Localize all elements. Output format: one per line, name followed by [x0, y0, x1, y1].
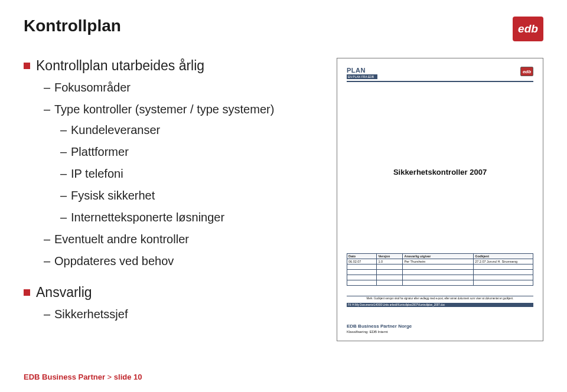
td-ansvarlig: Per Thorsheim: [403, 259, 474, 264]
th-versjon: Versjon: [377, 254, 403, 259]
td-godkjent: 27.2.07 Jorund H. Stromseng: [474, 259, 533, 264]
document-preview: PLAN EN PLAN FRA EDB edb Sikkerhetskontr…: [337, 58, 543, 341]
table-row: [347, 270, 533, 275]
table-header-row: Dato Versjon Ansvarlig utgiver Godkjent: [347, 254, 533, 259]
subsub-fysisk-sikkerhet: Fysisk sikkerhet: [60, 189, 284, 202]
doc-edb-logo: edb: [520, 67, 533, 76]
slide-footer: EDB Business Partner > slide 10: [24, 373, 142, 381]
subsub-kundeleveranser: Kundeleveranser: [60, 123, 284, 137]
subsub-plattformer: Plattformer: [60, 145, 284, 159]
doc-file-path: Fil: H:\My Documents\140\00 Units arbeid…: [347, 303, 533, 307]
table-row: [347, 264, 533, 270]
th-ansvarlig: Ansvarlig utgiver: [403, 254, 474, 259]
doc-header: PLAN EN PLAN FRA EDB edb: [347, 67, 533, 82]
sub-sikkerhetssjef: Sikkerhetssjef: [44, 308, 284, 321]
bullet-icon: [24, 63, 30, 69]
bullet-column: Kontrollplan utarbeides årlig Fokusområd…: [24, 58, 284, 341]
bullet-text: Kontrollplan utarbeides årlig: [36, 58, 204, 74]
slide-header: Kontrollplan edb: [24, 17, 543, 41]
th-dato: Dato: [347, 254, 377, 259]
table-row: 06.02.07 1.0 Per Thorsheim 27.2.07 Jorun…: [347, 259, 533, 264]
subsub-internetteksponerte: Internetteksponerte løsninger: [60, 211, 284, 224]
bullet-text: Ansvarlig: [36, 285, 92, 300]
doc-plan-sub: EN PLAN FRA EDB: [347, 74, 377, 79]
content-row: Kontrollplan utarbeides årlig Fokusområd…: [24, 58, 543, 341]
doc-version-table: Dato Versjon Ansvarlig utgiver Godkjent …: [347, 253, 533, 286]
sub-type-kontroller: Type kontroller (systemer / type systeme…: [44, 103, 284, 224]
top-bullet-2: Ansvarlig Sikkerhetssjef: [24, 285, 284, 321]
footer-slide-number: slide 10: [114, 373, 142, 381]
footer-separator: >: [105, 373, 114, 381]
document-preview-column: PLAN EN PLAN FRA EDB edb Sikkerhetskontr…: [300, 58, 543, 341]
doc-title: Sikkerhetskontroller 2007: [337, 168, 543, 177]
sub-oppdateres: Oppdateres ved behov: [44, 254, 284, 268]
th-godkjent: Godkjent: [474, 254, 533, 259]
edb-logo: edb: [513, 17, 543, 41]
footer-company: EDB Business Partner: [24, 373, 105, 381]
top-bullet-1: Kontrollplan utarbeides årlig Fokusområd…: [24, 58, 284, 268]
sub-fokus: Fokusområder: [44, 81, 284, 94]
td-versjon: 1.0: [377, 259, 403, 264]
td-dato: 06.02.07: [347, 259, 377, 264]
doc-plan-label: PLAN: [347, 67, 377, 74]
doc-edb-logo-text: edb: [523, 69, 531, 74]
subsub-ip-telefoni: IP telefoni: [60, 167, 284, 181]
slide: Kontrollplan edb Kontrollplan utarbeides…: [0, 0, 567, 392]
slide-title: Kontrollplan: [24, 17, 121, 35]
doc-note: Merk: Godkjent versjon skal ha signatur …: [347, 296, 533, 300]
doc-company: EDB Business Partner Norge: [347, 324, 412, 329]
doc-classification: Klassifisering: EDB Internt: [347, 330, 412, 334]
doc-footer: EDB Business Partner Norge Klassifiserin…: [347, 324, 412, 334]
doc-header-left: PLAN EN PLAN FRA EDB: [347, 67, 377, 79]
edb-logo-text: edb: [518, 22, 538, 35]
sub-eventuelt: Eventuelt andre kontroller: [44, 233, 284, 246]
bullet-icon: [24, 289, 30, 296]
table-row: [347, 280, 533, 286]
table-row: [347, 275, 533, 280]
